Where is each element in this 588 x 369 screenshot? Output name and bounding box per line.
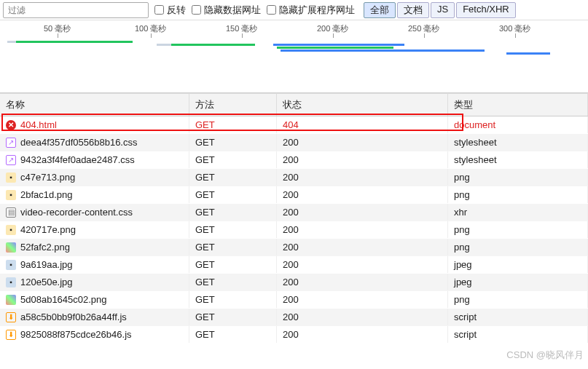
row-type: png [448,169,588,186]
row-name: 420717e.png [20,224,76,235]
timeline-tick: 50 毫秒 [44,23,71,34]
row-name: video-recorder-content.css [20,207,133,218]
row-method: GET [189,239,277,255]
row-status: 200 [277,204,448,221]
hide-ext-urls-checkbox[interactable]: 隐藏扩展程序网址 [267,4,355,17]
tab-js[interactable]: JS [431,2,455,18]
header-type[interactable]: 类型 [448,94,588,116]
row-status: 200 [277,151,448,168]
tab-doc[interactable]: 文档 [397,2,429,18]
row-type: xhr [448,204,588,221]
timeline-bar [7,41,16,43]
header-method[interactable]: 方法 [189,94,277,116]
row-name: deea4f357df0556b8b16.css [20,137,137,148]
row-status: 200 [277,186,448,203]
table-row[interactable]: ▪120e50e.jpgGET200jpeg [0,274,588,291]
file-icon: ✕ [6,120,16,130]
timeline-tick: 150 毫秒 [226,23,257,34]
table-row[interactable]: ▪c47e713.pngGET200png [0,169,588,186]
row-method: GET [189,169,277,186]
file-icon: ↗ [6,138,16,148]
row-name: 9a619aa.jpg [20,259,73,270]
row-name: 9825088f875cdce26b46.js [20,329,132,340]
row-method: GET [189,116,277,133]
row-name: 5d08ab1645c02.png [20,294,107,305]
file-icon: ▪ [6,225,16,235]
tab-all[interactable]: 全部 [364,2,396,18]
watermark: CSDN @晓风伴月 [506,349,584,362]
table-row[interactable]: ▪9a619aa.jpgGET200jpeg [0,256,588,274]
file-icon: ▪ [6,260,16,270]
timeline-bar [277,47,393,49]
row-method: GET [189,204,277,221]
file-icon: ▪ [6,190,16,200]
table-row[interactable]: ↗deea4f357df0556b8b16.cssGET200styleshee… [0,134,588,151]
timeline-tick: 100 毫秒 [135,23,166,34]
timeline[interactable]: 50 毫秒100 毫秒150 毫秒200 毫秒250 毫秒300 毫秒 [0,20,588,93]
file-icon [6,295,16,305]
row-type: document [448,116,588,133]
row-status: 200 [277,309,448,325]
table-row[interactable]: ▤video-recorder-content.cssGET200xhr [0,204,588,221]
row-method: GET [189,221,277,238]
table-row[interactable]: ⬇9825088f875cdce26b46.jsGET200script [0,326,588,344]
row-name: 52fafc2.png [20,242,70,253]
row-type: jpeg [448,274,588,290]
row-type: stylesheet [448,134,588,151]
row-type: script [448,326,588,343]
file-icon: ↗ [6,155,16,165]
row-status: 200 [277,274,448,290]
row-status: 200 [277,169,448,186]
file-icon: ▪ [6,277,16,287]
table-row[interactable]: 5d08ab1645c02.pngGET200png [0,291,588,309]
table-row[interactable]: ⬇a58c5b0bb9f0b26a44ff.jsGET200script [0,309,588,326]
row-type: png [448,239,588,255]
row-type: jpeg [448,256,588,273]
timeline-bar [506,52,550,55]
timeline-tick: 200 毫秒 [317,23,348,34]
row-status: 404 [277,116,448,133]
table-row[interactable]: 52fafc2.pngGET200png [0,239,588,256]
table-row[interactable]: ↗9432a3f4fef0adae2487.cssGET200styleshee… [0,151,588,169]
filter-tabs: 全部 文档 JS Fetch/XHR [364,2,516,18]
row-method: GET [189,291,277,308]
timeline-tick: 250 毫秒 [408,23,439,34]
timeline-tick: 300 毫秒 [499,23,530,34]
row-status: 200 [277,221,448,238]
file-icon: ▤ [6,207,16,218]
hide-data-urls-checkbox[interactable]: 隐藏数据网址 [192,4,261,17]
row-type: png [448,221,588,238]
table-row[interactable]: ▪420717e.pngGET200png [0,221,588,239]
invert-label: 反转 [167,4,186,17]
row-type: png [448,291,588,308]
row-status: 200 [277,326,448,343]
hide-ext-urls-label: 隐藏扩展程序网址 [279,4,355,17]
invert-checkbox[interactable]: 反转 [154,4,186,17]
timeline-bar [157,44,171,46]
table-row[interactable]: ▪2bfac1d.pngGET200png [0,186,588,204]
row-method: GET [189,274,277,290]
timeline-bar [16,41,133,43]
row-status: 200 [277,256,448,273]
row-name: c47e713.png [20,172,75,183]
header-name[interactable]: 名称 [0,94,189,116]
row-name: 404.html [20,119,57,130]
row-type: stylesheet [448,151,588,168]
table-header: 名称 方法 状态 类型 [0,93,588,116]
table-row[interactable]: ✕404.htmlGET404document [0,116,588,134]
row-type: script [448,309,588,325]
file-icon: ⬇ [6,312,16,322]
header-status[interactable]: 状态 [277,94,448,116]
row-method: GET [189,151,277,168]
filter-input[interactable] [3,2,149,18]
table-body: ✕404.htmlGET404document↗deea4f357df0556b… [0,116,588,344]
row-name: a58c5b0bb9f0b26a44ff.js [20,312,127,322]
row-status: 200 [277,291,448,308]
row-name: 120e50e.jpg [20,277,73,287]
row-type: png [448,186,588,203]
tab-fetch[interactable]: Fetch/XHR [456,2,516,18]
hide-data-urls-label: 隐藏数据网址 [204,4,261,17]
file-icon: ▪ [6,172,16,183]
timeline-bar [281,49,485,52]
file-icon: ⬇ [6,330,16,340]
